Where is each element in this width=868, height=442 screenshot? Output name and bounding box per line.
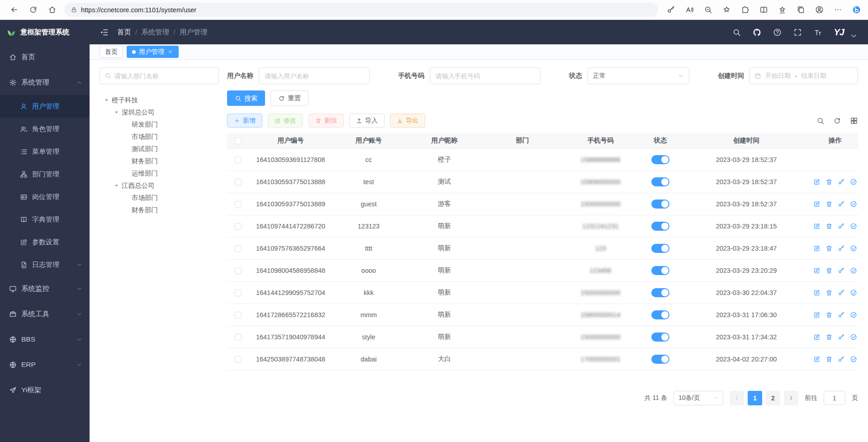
status-toggle[interactable] [651,222,669,231]
text-size-button[interactable] [814,28,822,37]
favorite-add-button[interactable] [721,5,732,15]
phone-input[interactable] [430,67,541,84]
row-checkbox[interactable] [235,245,242,252]
tree-node[interactable]: 财务部门 [100,204,219,216]
read-aloud-button[interactable] [684,5,695,15]
status-toggle[interactable] [651,333,669,342]
github-button[interactable] [753,28,761,37]
sidebar-item-dept-mgmt[interactable]: 部门管理 [0,163,90,185]
delete-row-button[interactable] [825,289,833,296]
favorites-bar-button[interactable] [777,5,787,15]
sidebar-item-dict-mgmt[interactable]: 字典管理 [0,208,90,231]
check-circle-row-button[interactable] [850,200,857,208]
address-bar[interactable]: https://ccnetcore.com:1101/system/user [64,3,658,17]
edit-row-button[interactable] [813,245,821,252]
tree-node[interactable]: 市场部门 [100,131,219,143]
user-avatar-logo[interactable]: YJ [834,27,844,38]
key-row-button[interactable] [838,200,845,208]
delete-row-button[interactable] [825,356,833,363]
extensions-button[interactable] [740,5,750,15]
tree-node[interactable]: 财务部门 [100,155,219,167]
sidebar-item-role-mgmt[interactable]: 角色管理 [0,118,90,140]
row-checkbox[interactable] [235,356,242,363]
profile-avatar-button[interactable] [814,5,825,15]
tab-user-mgmt[interactable]: 用户管理 [127,46,179,58]
row-checkbox[interactable] [235,290,242,296]
sidebar-item-home[interactable]: 首页 [0,44,90,70]
sidebar-item-param-settings[interactable]: 参数设置 [0,231,90,253]
key-row-button[interactable] [838,289,845,296]
fullscreen-button[interactable] [793,28,802,37]
row-checkbox[interactable] [235,223,242,230]
status-toggle[interactable] [651,310,669,319]
username-input[interactable] [259,67,370,84]
check-circle-row-button[interactable] [850,289,857,296]
status-toggle[interactable] [651,266,669,275]
import-button[interactable]: 导入 [349,114,384,128]
delete-row-button[interactable] [825,333,833,341]
add-button[interactable]: 新增 [227,114,262,128]
check-circle-row-button[interactable] [850,267,857,274]
check-circle-row-button[interactable] [850,178,857,185]
tree-node[interactable]: 深圳总公司 [100,106,219,119]
check-circle-row-button[interactable] [850,223,857,230]
close-icon[interactable] [167,49,173,55]
tree-node[interactable]: 运维部门 [100,167,219,180]
status-toggle[interactable] [651,355,669,364]
sidebar-item-menu-mgmt[interactable]: 菜单管理 [0,140,90,163]
row-checkbox[interactable] [235,201,242,208]
goto-page-input[interactable] [824,391,845,405]
tree-node[interactable]: 研发部门 [100,119,219,131]
collapse-menu-button[interactable] [100,28,109,37]
row-checkbox[interactable] [235,312,242,318]
status-toggle[interactable] [651,288,669,297]
tree-node[interactable]: 测试部门 [100,143,219,155]
status-toggle[interactable] [651,177,669,186]
sidebar-item-log-mgmt[interactable]: 日志管理 [0,253,90,276]
status-select[interactable]: 正常 [588,67,689,84]
key-row-button[interactable] [838,333,845,341]
key-row-button[interactable] [838,223,845,230]
check-circle-row-button[interactable] [850,333,857,341]
status-toggle[interactable] [651,244,669,253]
dept-search-input[interactable] [114,72,214,80]
delete-row-button[interactable] [825,245,833,252]
row-checkbox[interactable] [235,157,242,163]
edit-row-button[interactable] [813,223,821,230]
reload-button[interactable] [25,2,41,18]
zoom-out-button[interactable] [702,5,713,15]
prev-page-button[interactable] [730,391,744,405]
grid-toggle-button[interactable] [850,117,858,125]
tab-home[interactable]: 首页 [100,46,123,58]
sidebar-item-sys-tools[interactable]: 系统工具 [0,301,90,327]
delete-row-button[interactable] [825,223,833,230]
edit-row-button[interactable] [813,200,821,208]
reset-button[interactable]: 重置 [270,90,308,106]
key-row-button[interactable] [838,267,845,274]
collections-button[interactable] [795,5,806,15]
edit-button[interactable]: 修改 [268,114,303,128]
edit-row-button[interactable] [813,333,821,341]
edit-row-button[interactable] [813,311,821,318]
edit-row-button[interactable] [813,289,821,296]
delete-button[interactable]: 删除 [308,114,344,128]
sidebar-item-yi-framework[interactable]: Yi框架 [0,377,90,403]
next-page-button[interactable] [784,391,798,405]
sidebar-item-bbs[interactable]: BBS [0,327,90,352]
breadcrumb-home[interactable]: 首页 [117,28,131,37]
sidebar-item-post-mgmt[interactable]: 岗位管理 [0,185,90,208]
search-toggle-button[interactable] [816,117,825,125]
row-checkbox[interactable] [235,179,242,185]
sidebar-item-user-mgmt[interactable]: 用户管理 [0,95,90,118]
date-range-picker[interactable]: 开始日期 - 结束日期 [749,67,858,84]
row-checkbox[interactable] [235,267,242,274]
tree-node[interactable]: 橙子科技 [100,94,219,106]
row-checkbox[interactable] [235,334,242,341]
page-button-1[interactable]: 1 [748,391,762,405]
tree-node[interactable]: 江西总公司 [100,180,219,192]
refresh-toggle-button[interactable] [833,117,841,125]
key-row-button[interactable] [838,311,845,318]
edit-row-button[interactable] [813,267,821,274]
more-button[interactable] [832,5,843,15]
delete-row-button[interactable] [825,267,833,274]
